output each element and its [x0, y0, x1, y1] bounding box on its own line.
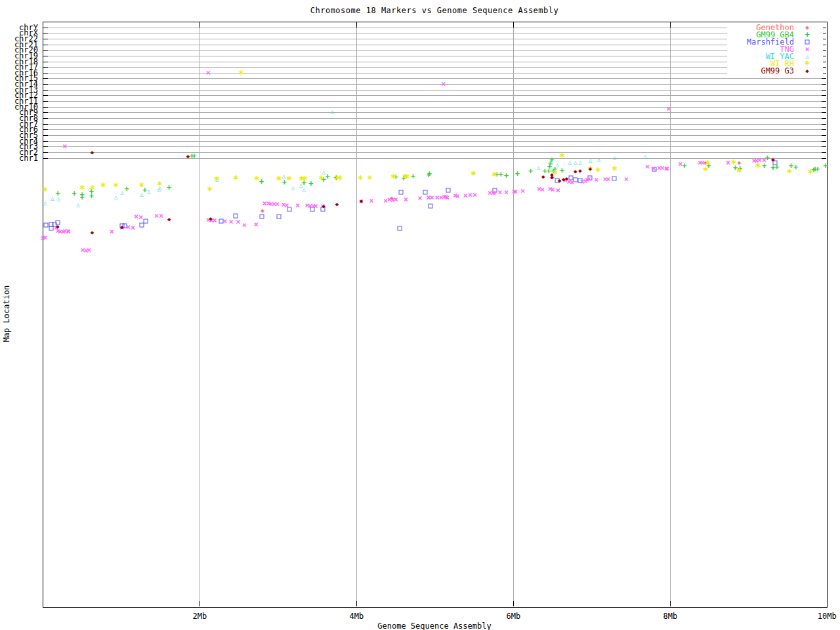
gridline-2Mb: [200, 22, 200, 606]
data-point-gm99-g3: ◆: [589, 166, 592, 172]
data-point-wi-yac: △: [549, 159, 553, 165]
gridline-chr3: [43, 146, 826, 147]
data-point-gm99-g3: ◆: [120, 224, 123, 230]
gridline-chr11: [43, 101, 826, 102]
data-point-tng: ×: [463, 192, 468, 200]
left-tick-chr3: [43, 146, 48, 147]
data-point-gm99-gb4: +: [823, 162, 828, 170]
data-point-wi-rh: *: [595, 167, 601, 177]
data-point-gm99-g3: ◆: [360, 198, 363, 204]
data-point-gm99-gb4: +: [325, 173, 329, 180]
data-point-tng: ×: [624, 175, 629, 183]
data-point-gm99-g3: ◆: [186, 154, 190, 159]
top-tick-8Mb: [670, 22, 671, 28]
gridline-chr5: [43, 135, 826, 136]
data-point-marshfield: [44, 223, 49, 228]
data-point-marshfield: [428, 204, 432, 209]
data-point-gm99-g3: ◆: [550, 175, 553, 180]
data-point-wi-rh: *: [404, 174, 410, 184]
data-point-wi-yac: △: [303, 186, 306, 192]
data-point-tng: ×: [504, 188, 509, 196]
data-point-gm99-g3: ◆: [574, 169, 577, 175]
left-tick-chr22: [43, 39, 48, 39]
data-point-gm99-g3: ◆: [771, 157, 774, 163]
x-axis-label: Genome Sequence Assembly: [43, 621, 826, 630]
left-tick-chrY: [43, 28, 48, 28]
data-point-tng: ×: [762, 156, 766, 164]
data-point-tng: ×: [455, 192, 460, 200]
right-tick-chr15: [822, 78, 826, 79]
data-point-gm99-gb4: +: [528, 167, 533, 175]
data-point-wi-rh: *: [113, 182, 119, 192]
left-tick-chr17: [43, 67, 48, 68]
gridline-chr4: [43, 141, 826, 142]
data-point-tng: ×: [284, 201, 289, 209]
x-tick-label-6Mb: 6Mb: [497, 612, 529, 620]
data-point-wi-rh: *: [42, 187, 48, 197]
left-tick-chr18: [43, 62, 48, 62]
data-point-wi-rh: *: [238, 70, 244, 80]
legend-label-gm99-g3: GM99 G3: [761, 67, 794, 75]
data-point-wi-yac: △: [568, 159, 572, 165]
data-point-tng: ×: [131, 224, 135, 232]
gridline-chr10: [43, 107, 826, 108]
right-tick-chr14: [822, 84, 826, 85]
data-point-genethon: ◈: [261, 207, 264, 214]
gridline-chrX: [43, 33, 826, 33]
left-tick-chr6: [43, 129, 48, 130]
gridline-chrY: [43, 28, 826, 28]
gridline-chr2: [43, 152, 826, 153]
left-tick-chr15: [43, 78, 48, 79]
data-point-wi-yac: △: [613, 155, 616, 161]
data-point-tng: ×: [441, 80, 446, 88]
data-point-tng: ×: [417, 194, 422, 202]
left-tick-chr8: [43, 118, 48, 119]
bottom-tick-8Mb: [670, 601, 671, 606]
data-point-wi-rh: *: [79, 185, 85, 195]
left-tick-chr16: [43, 73, 48, 74]
data-point-gm99-g3: ◆: [565, 176, 568, 182]
data-point-gm99-gb4: +: [167, 184, 171, 192]
data-point-tng: ×: [159, 212, 163, 220]
top-tick-6Mb: [513, 22, 514, 28]
top-tick-2Mb: [200, 22, 200, 28]
data-point-tng: ×: [513, 188, 518, 196]
data-point-tng: ×: [726, 159, 730, 167]
data-point-gm99-g3: ◆: [322, 203, 325, 209]
data-point-marshfield: [139, 223, 144, 228]
data-point-marshfield: [259, 215, 264, 219]
gridline-chr14: [43, 84, 826, 85]
data-point-tng: ×: [62, 142, 67, 150]
data-point-tng: ×: [556, 186, 560, 194]
data-point-tng: ×: [254, 220, 259, 228]
gridline-4Mb: [356, 22, 357, 606]
left-tick-chr11: [43, 101, 48, 102]
data-point-marshfield: [612, 177, 617, 181]
gridline-chr13: [43, 90, 826, 91]
left-tick-chr1: [43, 158, 48, 159]
data-point-tng: ×: [212, 217, 217, 224]
gridline-chr6: [43, 129, 826, 130]
data-point-gm99-gb4: +: [125, 185, 129, 193]
right-tick-chr6: [822, 129, 826, 130]
left-tick-chr9: [43, 112, 48, 113]
gridline-chr22: [43, 39, 826, 39]
bottom-tick-2Mb: [200, 601, 200, 606]
bottom-tick-10Mb: [827, 601, 828, 606]
data-point-wi-yac: △: [147, 188, 150, 194]
data-point-tng: ×: [520, 187, 525, 195]
gridline-6Mb: [513, 22, 514, 606]
data-point-tng: ×: [228, 218, 233, 226]
data-point-wi-yac: △: [578, 159, 581, 165]
data-point-marshfield: [143, 219, 148, 224]
right-tick-chr2: [822, 152, 826, 153]
gridline-chr15: [43, 78, 826, 79]
data-point-gm99-g3: ◆: [56, 224, 59, 230]
data-point-tng: ×: [369, 197, 373, 205]
left-tick-chr14: [43, 84, 48, 85]
right-tick-chr8: [822, 118, 826, 119]
data-point-gm99-gb4: +: [411, 173, 415, 180]
data-point-tng: ×: [295, 201, 300, 209]
data-point-wi-yac: △: [114, 194, 117, 200]
data-point-wi-yac: △: [51, 196, 54, 201]
